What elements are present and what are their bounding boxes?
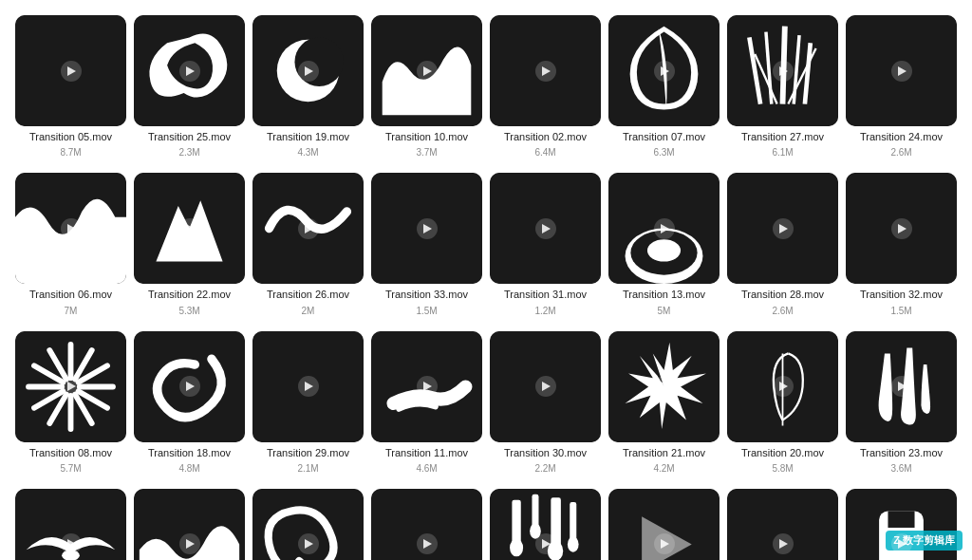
play-icon[interactable] xyxy=(773,61,794,82)
play-icon[interactable] xyxy=(891,61,912,82)
play-icon[interactable] xyxy=(179,376,200,397)
media-item[interactable]: Transition 20.mov5.8M xyxy=(727,331,838,474)
play-icon[interactable] xyxy=(298,533,319,554)
media-item[interactable]: Transition 12.mov3.9M xyxy=(134,489,245,560)
play-icon[interactable] xyxy=(654,533,675,554)
play-icon[interactable] xyxy=(61,218,82,239)
play-icon[interactable] xyxy=(298,218,319,239)
play-icon[interactable] xyxy=(891,218,912,239)
play-icon[interactable] xyxy=(535,61,556,82)
thumbnail[interactable] xyxy=(134,331,245,442)
thumbnail[interactable] xyxy=(727,173,838,284)
media-item[interactable]: Transition 17.mov4.8M xyxy=(371,489,482,560)
thumbnail[interactable] xyxy=(608,331,720,442)
thumbnail[interactable] xyxy=(490,489,601,560)
media-item[interactable]: Transition 30.mov2.2M xyxy=(490,331,601,474)
thumbnail[interactable] xyxy=(490,331,601,442)
media-item[interactable]: Transition 27.mov6.1M xyxy=(727,15,838,158)
thumbnail[interactable] xyxy=(15,173,126,284)
media-item[interactable]: Transition 26.mov2M xyxy=(252,173,364,315)
media-item[interactable]: Transition 22.mov5.3M xyxy=(134,173,245,315)
media-item[interactable]: Transition 24.mov2.6M xyxy=(846,15,957,158)
item-size: 8.7M xyxy=(60,147,81,158)
thumbnail[interactable] xyxy=(252,173,364,284)
play-icon[interactable] xyxy=(535,533,556,554)
play-icon[interactable] xyxy=(891,376,912,397)
thumbnail[interactable] xyxy=(134,15,245,126)
media-item[interactable]: Transition 01.mov4.4M xyxy=(490,489,601,560)
thumbnail[interactable] xyxy=(846,489,957,560)
play-icon[interactable] xyxy=(61,533,82,554)
thumbnail[interactable] xyxy=(134,489,245,560)
media-item[interactable]: Transition 02.mov6.4M xyxy=(490,15,601,158)
thumbnail[interactable] xyxy=(15,331,126,442)
thumbnail[interactable] xyxy=(727,489,838,560)
media-item[interactable]: Transition 14.mov4.7M xyxy=(727,489,838,560)
play-icon[interactable] xyxy=(179,533,200,554)
media-item[interactable]: Transition 08.mov5.7M xyxy=(15,331,126,474)
media-item[interactable]: Transition 33.mov1.5M xyxy=(371,173,482,315)
media-item[interactable]: Transition 13.mov5M xyxy=(608,173,720,315)
media-item[interactable]: Transition 11.mov4.6M xyxy=(371,331,482,474)
thumbnail[interactable] xyxy=(15,15,126,126)
media-item[interactable]: Transition 06.mov7M xyxy=(15,173,126,315)
play-icon[interactable] xyxy=(417,376,438,397)
play-icon[interactable] xyxy=(417,533,438,554)
item-size: 6.1M xyxy=(772,147,793,158)
thumbnail[interactable] xyxy=(371,15,482,126)
thumbnail[interactable] xyxy=(608,489,720,560)
media-item[interactable]: Transition 05.mov8.7M xyxy=(15,15,126,158)
play-icon[interactable] xyxy=(61,376,82,397)
play-icon[interactable] xyxy=(535,376,556,397)
thumbnail[interactable] xyxy=(846,331,957,442)
thumbnail[interactable] xyxy=(727,15,838,126)
media-item[interactable]: Transition 07.mov6.3M xyxy=(608,15,720,158)
play-icon[interactable] xyxy=(654,376,675,397)
media-item[interactable]: Transition 25.mov2.3M xyxy=(134,15,245,158)
thumbnail[interactable] xyxy=(608,15,720,126)
media-item[interactable]: Transition 04.mov3.1M xyxy=(846,489,957,560)
thumbnail[interactable] xyxy=(608,173,720,284)
thumbnail[interactable] xyxy=(371,173,482,284)
media-item[interactable]: Transition 32.mov1.5M xyxy=(846,173,957,315)
play-icon[interactable] xyxy=(535,218,556,239)
play-icon[interactable] xyxy=(773,376,794,397)
play-icon[interactable] xyxy=(61,61,82,82)
play-icon[interactable] xyxy=(654,218,675,239)
thumbnail[interactable] xyxy=(252,331,364,442)
media-item[interactable]: Transition 28.mov2.6M xyxy=(727,173,838,315)
play-icon[interactable] xyxy=(773,533,794,554)
media-item[interactable]: Transition 09.mov4.3M xyxy=(15,489,126,560)
thumbnail[interactable] xyxy=(134,173,245,284)
play-icon[interactable] xyxy=(654,61,675,82)
play-icon[interactable] xyxy=(298,376,319,397)
media-item[interactable]: Transition 29.mov2.1M xyxy=(252,331,364,474)
play-icon[interactable] xyxy=(417,61,438,82)
media-item[interactable]: Transition 18.mov4.8M xyxy=(134,331,245,474)
thumbnail[interactable] xyxy=(15,489,126,560)
thumbnail[interactable] xyxy=(371,489,482,560)
media-item[interactable]: Transition 19.mov4.3M xyxy=(252,15,364,158)
thumbnail[interactable] xyxy=(252,15,364,126)
media-item[interactable]: Transition 03.mov5M xyxy=(252,489,364,560)
thumbnail[interactable] xyxy=(252,489,364,560)
item-label: Transition 02.mov xyxy=(504,130,587,143)
play-icon[interactable] xyxy=(179,218,200,239)
thumbnail[interactable] xyxy=(490,173,601,284)
thumbnail[interactable] xyxy=(846,15,957,126)
media-item[interactable]: Transition 21.mov4.2M xyxy=(608,331,720,474)
thumbnail[interactable] xyxy=(490,15,601,126)
play-icon[interactable] xyxy=(298,61,319,82)
media-item[interactable]: Transition 10.mov3.7M xyxy=(371,15,482,158)
media-item[interactable]: Transition 31.mov1.2M xyxy=(490,173,601,315)
play-icon[interactable] xyxy=(179,61,200,82)
play-icon[interactable] xyxy=(773,218,794,239)
thumbnail[interactable] xyxy=(727,331,838,442)
media-item[interactable]: Transition 15.mov5.6M xyxy=(608,489,720,560)
media-item[interactable]: Transition 23.mov3.6M xyxy=(846,331,957,474)
thumbnail[interactable] xyxy=(371,331,482,442)
thumbnail[interactable] xyxy=(846,173,957,284)
play-icon[interactable] xyxy=(891,533,912,554)
play-icon[interactable] xyxy=(417,218,438,239)
item-label: Transition 24.mov xyxy=(860,130,943,143)
